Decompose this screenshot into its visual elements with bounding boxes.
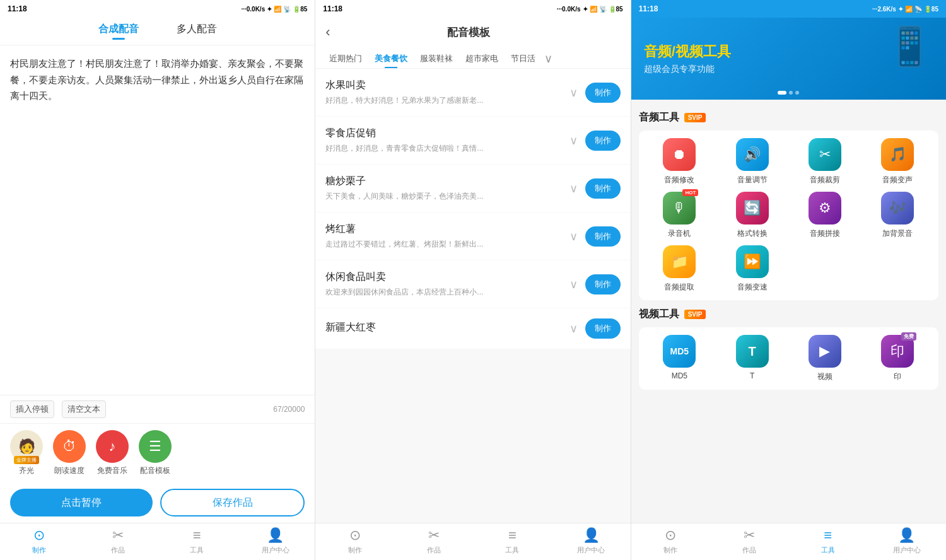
tool-audio-speed[interactable]: ⏩ 音频变速 [719,245,785,293]
banner-dots [778,91,799,95]
format-convert-icon: 🔄 [736,192,769,225]
make-btn-4[interactable]: 制作 [585,274,621,295]
nav-label-tools-2: 工具 [505,545,519,555]
tool-audio-merge[interactable]: ⚙ 音频拼接 [791,192,858,239]
tool-stamp[interactable]: 印 免费 印 [865,335,931,382]
expand-icon-2[interactable]: ∨ [569,182,578,195]
tool-bg-music[interactable]: 🎶 加背景音 [865,192,931,239]
save-btn[interactable]: 保存作品 [160,489,305,516]
category-tabs: 近期热门 美食餐饮 服装鞋袜 超市家电 节日活 ∨ [315,47,630,69]
tool-t[interactable]: T T [719,335,785,382]
nav-label-user-2: 用户中心 [577,545,605,555]
cat-tab-recent[interactable]: 近期热门 [323,49,368,68]
template-info-4: 休闲食品叫卖 欢迎来到园园休闲食品店，本店经营上百种小... [325,271,561,298]
tool-format-convert[interactable]: 🔄 格式转换 [719,192,785,239]
works-icon-2: ✂ [428,527,440,544]
banner-text: 音频/视频工具 超级会员专享功能 [644,42,731,75]
tool-audio-modify[interactable]: ⏺ 音频修改 [646,138,713,185]
nav-label-user-1: 用户中心 [262,545,289,555]
nav-item-works-1[interactable]: ✂ 作品 [79,527,158,555]
template-item-3: 烤红薯 走过路过不要错过，烤红薯、烤甜梨！新鲜出... ∨ 制作 [315,213,630,260]
insert-pause-btn[interactable]: 插入停顿 [10,400,54,418]
tool-video[interactable]: ▶ 视频 [791,335,858,382]
make-btn-1[interactable]: 制作 [585,131,621,151]
make-btn-5[interactable]: 制作 [585,318,621,339]
cat-tab-supermarket[interactable]: 超市家电 [459,49,505,68]
battery-icon-3: 🔋85 [924,6,938,13]
panel2-title-bar: ‹ 配音模板 [315,18,630,47]
network-icon-1: ···0.0K/s [241,6,265,13]
nav-item-tools-3[interactable]: ≡ 工具 [788,527,867,555]
tool-audio-clip[interactable]: ✂ 音频裁剪 [791,138,858,185]
nav-item-make-1[interactable]: ⊙ 制作 [0,527,79,555]
template-name-2: 糖炒栗子 [325,175,561,188]
voice-item-avatar[interactable]: 🧑 金牌主播 齐光 [10,430,43,476]
template-name-1: 零食店促销 [325,127,561,140]
audio-section-title: 音频工具 [639,111,679,124]
cat-more-btn[interactable]: ∨ [542,49,555,68]
pause-btn[interactable]: 点击暂停 [10,489,153,516]
status-bar-2: 11:18 ···0.0K/s ✦ 📶 📡 🔋85 [315,0,630,18]
make-btn-2[interactable]: 制作 [585,178,621,199]
tool-md5[interactable]: MD5 MD5 [646,335,713,382]
tool-audio-extract[interactable]: 📁 音频提取 [646,245,713,293]
nav-item-works-3[interactable]: ✂ 作品 [710,527,788,555]
make-btn-3[interactable]: 制作 [585,226,621,247]
back-btn[interactable]: ‹ [325,24,330,40]
nav-item-works-2[interactable]: ✂ 作品 [394,527,473,555]
expand-icon-5[interactable]: ∨ [569,322,578,335]
nav-item-tools-2[interactable]: ≡ 工具 [473,527,552,555]
tab-multi-dubbing[interactable]: 多人配音 [177,23,217,40]
banner-title: 音频/视频工具 [644,42,731,61]
text-area-wrap[interactable]: 村民朋友注意了！村民朋友注意了！取消举办婚宴、亲友聚会，不要聚餐，不要走亲访友。… [0,45,315,395]
panel-3: 11:18 ···2.6K/s ✦ 📶 📡 🔋85 音频/视频工具 超级会员专享… [631,0,946,560]
signal-icon-3: 📶 [905,6,913,13]
gold-badge: 金牌主播 [14,456,39,464]
t-label: T [750,371,754,380]
stamp-label: 印 [894,371,901,382]
network-3: ···2.6K/s [872,6,896,13]
expand-icon-3[interactable]: ∨ [569,230,578,243]
expand-icon-0[interactable]: ∨ [569,86,578,100]
nav-item-user-1[interactable]: 👤 用户中心 [236,527,315,555]
cat-tab-holiday[interactable]: 节日活 [505,49,542,68]
template-name-0: 水果叫卖 [325,79,561,92]
nav-item-user-3[interactable]: 👤 用户中心 [867,527,946,555]
nav-item-make-3[interactable]: ⊙ 制作 [631,527,710,555]
cat-tab-clothing[interactable]: 服装鞋袜 [414,49,459,68]
nav-item-tools-1[interactable]: ≡ 工具 [158,527,237,555]
bt-icon-3: ✦ [898,6,903,13]
template-info-1: 零食店促销 好消息，好消息，青青零食店大促销啦！真情... [325,127,561,154]
make-icon-2: ⊙ [349,527,361,544]
tool-volume-adjust[interactable]: 🔊 音量调节 [719,138,785,185]
template-info-0: 水果叫卖 好消息，特大好消息！兄弟水果为了感谢新老... [325,79,561,106]
expand-icon-1[interactable]: ∨ [569,134,578,148]
expand-icon-4[interactable]: ∨ [569,277,578,291]
panel-2: 11:18 ···0.0K/s ✦ 📶 📡 🔋85 ‹ 配音模板 近期热门 美食… [315,0,631,560]
status-icons-3: ···2.6K/s ✦ 📶 📡 🔋85 [872,6,938,13]
tool-recorder[interactable]: 🎙 HOT 录音机 [646,192,713,239]
clear-text-btn[interactable]: 清空文本 [62,400,106,418]
make-btn-0[interactable]: 制作 [585,83,621,103]
md5-label: MD5 [672,371,687,380]
template-item-1: 零食店促销 好消息，好消息，青青零食店大促销啦！真情... ∨ 制作 [315,117,630,164]
tool-voice-change[interactable]: 🎵 音频变声 [865,138,931,185]
make-icon-1: ⊙ [33,527,45,544]
video-icon: ▶ [809,335,841,368]
voice-item-template[interactable]: ☰ 配音模板 [139,430,172,476]
status-icons-1: ···0.0K/s ✦ 📶 📡 🔋85 [241,6,307,13]
panel2-header: ‹ 配音模板 近期热门 美食餐饮 服装鞋袜 超市家电 节日活 ∨ [315,18,630,69]
panel-1: 11:18 ···0.0K/s ✦ 📶 📡 🔋85 合成配音 多人配音 村民朋友… [0,0,315,560]
template-desc-3: 走过路过不要错过，烤红薯、烤甜梨！新鲜出... [325,238,561,250]
voice-item-speed[interactable]: ⏱ 朗读速度 [53,430,86,476]
audio-extract-label: 音频提取 [664,282,694,293]
video-tools-grid: MD5 MD5 T T ▶ 视频 印 免费 印 [639,327,938,390]
nav-label-make-2: 制作 [348,545,362,555]
nav-item-make-2[interactable]: ⊙ 制作 [315,527,394,555]
tab-synth-dubbing[interactable]: 合成配音 [98,23,139,40]
nav-item-user-2[interactable]: 👤 用户中心 [552,527,631,555]
text-toolbar: 插入停顿 清空文本 67/20000 [0,395,315,423]
nav-label-works-1: 作品 [111,545,125,555]
cat-tab-food[interactable]: 美食餐饮 [368,49,414,68]
voice-item-music[interactable]: ♪ 免费音乐 [96,430,129,476]
